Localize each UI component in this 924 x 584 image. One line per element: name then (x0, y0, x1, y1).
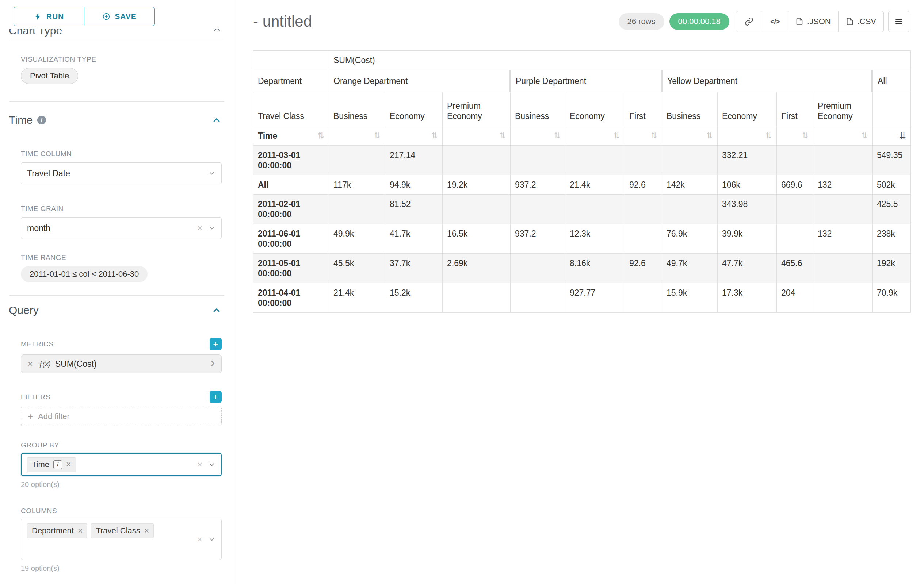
add-metric-button[interactable]: + (210, 338, 222, 350)
export-csv-label: .CSV (858, 17, 876, 26)
chevron-up-icon[interactable] (212, 29, 222, 34)
remove-metric-icon[interactable]: × (28, 359, 33, 369)
sort-icon[interactable]: ⇅ (318, 131, 324, 141)
column-info-badge[interactable]: i (53, 460, 62, 469)
pivot-sort-header[interactable]: ⇅ (565, 126, 625, 146)
query-section-header[interactable]: Query (9, 303, 222, 317)
time-column-select[interactable]: Travel Date (21, 163, 222, 184)
sort-icon[interactable]: ⇅ (766, 131, 772, 140)
sort-icon[interactable]: ⇅ (554, 131, 561, 140)
chart-type-section-clipped: Chart Type (0, 29, 234, 38)
pivot-sort-header[interactable]: ⇅ (625, 126, 662, 146)
pivot-value-cell: 217.14 (385, 146, 443, 175)
pivot-subdimension-label: Travel Class (254, 92, 329, 126)
sort-icon[interactable]: ⇅ (374, 131, 381, 140)
pivot-value-cell: 332.21 (718, 146, 777, 175)
pivot-sort-header[interactable]: ⇅ (813, 126, 873, 146)
save-button[interactable]: SAVE (84, 7, 155, 26)
pivot-value-cell (662, 194, 718, 224)
remove-tag-icon[interactable]: × (78, 527, 82, 535)
pivot-value-cell (625, 146, 662, 175)
pivot-value-cell: 937.2 (511, 224, 565, 254)
pivot-sort-header[interactable]: ⇅ (511, 126, 565, 146)
pivot-row-header: All (254, 175, 329, 194)
pivot-sort-header[interactable]: ⇅ (777, 126, 813, 146)
pivot-class-header: Business (662, 92, 718, 126)
clear-icon[interactable]: × (197, 535, 202, 544)
embed-code-button[interactable]: </> (762, 11, 788, 32)
selected-option-tag[interactable]: Timei× (27, 457, 76, 472)
time-range-label: TIME RANGE (21, 254, 222, 262)
chevron-down-icon[interactable] (208, 536, 216, 543)
sort-icon[interactable]: ⇅ (499, 131, 506, 140)
pivot-metric-row: SUM(Cost) (254, 51, 911, 70)
section-divider (10, 41, 224, 41)
export-csv-button[interactable]: .CSV (838, 11, 884, 32)
pivot-value-cell (813, 194, 873, 224)
pivot-sort-header[interactable]: ⇅ (329, 126, 385, 146)
selected-option-tag[interactable]: Department× (27, 523, 87, 538)
group-by-options-hint: 20 option(s) (21, 480, 222, 489)
pivot-value-cell: 19.2k (443, 175, 511, 194)
pivot-class-header: Business (511, 92, 565, 126)
export-json-button[interactable]: .JSON (788, 11, 838, 32)
time-grain-select[interactable]: month × (21, 217, 222, 239)
pivot-sort-header[interactable]: ⇅ (443, 126, 511, 146)
copy-link-button[interactable] (736, 11, 762, 32)
section-divider (10, 295, 224, 296)
chevron-right-icon[interactable]: › (210, 356, 215, 369)
time-range-pill[interactable]: 2011-01-01 ≤ col < 2011-06-30 (21, 266, 148, 282)
pivot-value-cell: 117k (329, 175, 385, 194)
hamburger-menu-icon (894, 17, 904, 26)
chevron-up-icon[interactable] (211, 115, 222, 125)
sort-icon[interactable]: ⇅ (651, 131, 657, 140)
pivot-department-header: Purple Department (511, 70, 662, 92)
remove-tag-icon[interactable]: × (66, 460, 71, 469)
columns-select[interactable]: Department×Travel Class× × (21, 519, 222, 560)
clear-icon[interactable]: × (197, 460, 202, 469)
add-filter-button[interactable]: + (210, 391, 222, 403)
run-button[interactable]: RUN (13, 7, 84, 26)
pivot-value-cell (511, 194, 565, 224)
export-button-group: </> .JSON .CSV (736, 11, 884, 32)
pivot-row-dimension-header[interactable]: Time⇅ (254, 126, 329, 146)
pivot-data-row: 2011-04-01 00:00:0021.4k15.2k927.7715.9k… (254, 283, 911, 313)
pivot-value-cell: 47.7k (718, 254, 777, 283)
group-by-select[interactable]: Timei× × (21, 453, 222, 476)
remove-tag-icon[interactable]: × (144, 527, 149, 535)
pivot-value-cell (443, 146, 511, 175)
chevron-down-icon[interactable] (208, 224, 216, 232)
sort-icon[interactable]: ⇅ (706, 131, 713, 140)
pivot-sort-header[interactable]: ⇅ (385, 126, 443, 146)
metric-chip[interactable]: × ƒ(x) SUM(Cost) › (21, 354, 222, 373)
chevron-down-icon[interactable] (208, 461, 216, 468)
query-section-title: Query (9, 304, 39, 316)
info-icon[interactable]: i (37, 116, 46, 125)
sort-descending-icon[interactable]: ⇊ (899, 131, 906, 140)
pivot-value-cell: 142k (662, 175, 718, 194)
time-section-header[interactable]: Time i (9, 113, 222, 127)
chevron-up-icon[interactable] (211, 305, 222, 315)
viz-type-pill[interactable]: Pivot Table (21, 68, 78, 84)
sort-icon[interactable]: ⇅ (431, 131, 438, 140)
pivot-value-cell: 21.4k (329, 283, 385, 313)
pivot-sort-header[interactable]: ⇅ (718, 126, 777, 146)
chart-title[interactable]: - untitled (253, 13, 312, 30)
pivot-sort-row: Time⇅⇅⇅⇅⇅⇅⇅⇅⇅⇅⇅⇊ (254, 126, 911, 146)
clear-icon[interactable]: × (197, 224, 202, 232)
sort-icon[interactable]: ⇅ (614, 131, 620, 140)
add-filter-dropzone[interactable]: + Add filter (21, 406, 222, 426)
time-grain-value: month (27, 224, 50, 233)
pivot-value-cell: 204 (777, 283, 813, 313)
pivot-department-row: DepartmentOrange DepartmentPurple Depart… (254, 70, 911, 92)
more-options-button[interactable] (888, 11, 909, 32)
pivot-value-cell (443, 283, 511, 313)
pivot-value-cell (565, 194, 625, 224)
pivot-sort-header[interactable]: ⇊ (873, 126, 911, 146)
chevron-down-icon[interactable] (208, 170, 216, 177)
pivot-sort-header[interactable]: ⇅ (662, 126, 718, 146)
pivot-value-cell: 92.6 (625, 254, 662, 283)
sort-icon[interactable]: ⇅ (802, 131, 808, 140)
selected-option-tag[interactable]: Travel Class× (91, 523, 154, 538)
sort-icon[interactable]: ⇅ (861, 131, 868, 140)
